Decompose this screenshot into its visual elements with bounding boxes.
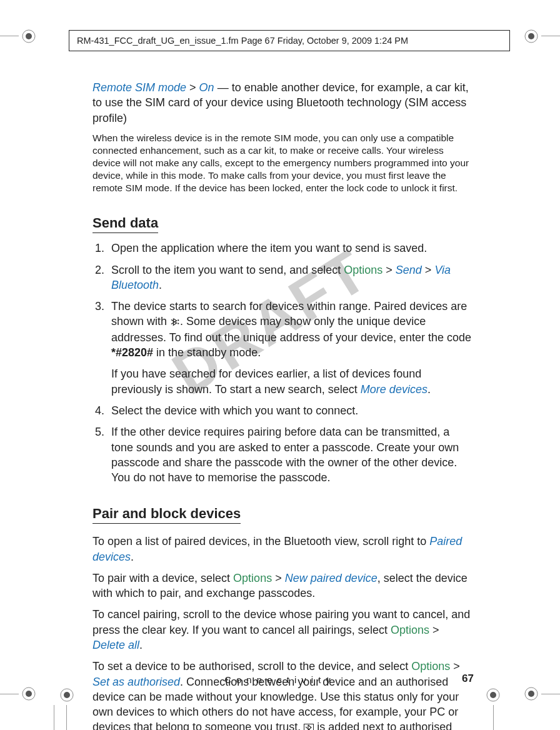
remote-sim-paragraph: Remote SIM mode > On — to enable another… (92, 80, 474, 126)
pair-p4: To set a device to be authorised, scroll… (92, 659, 474, 730)
menu-new-paired: New paired device (285, 572, 378, 584)
page-body: Remote SIM mode > On — to enable another… (92, 74, 474, 730)
sep: > (386, 264, 392, 276)
options-label: Options (411, 660, 450, 672)
crop-line (541, 694, 560, 694)
ussd-code: *#2820# (111, 346, 153, 359)
remote-sim-note: When the wireless device is in the remot… (92, 132, 474, 195)
svg-point-7 (528, 691, 534, 697)
heading-pair-block: Pair and block devices (92, 504, 241, 524)
svg-point-9 (64, 692, 70, 698)
registration-mark-icon (21, 686, 36, 701)
sep: > (432, 624, 439, 636)
crop-line (541, 36, 560, 36)
menu-path-on: On (199, 81, 214, 94)
step-2-text: Scroll to the item you want to send, and… (111, 264, 344, 276)
step-3: The device starts to search for devices … (108, 299, 474, 397)
header-text: RM-431_FCC_draft_UG_en_issue_1.fm Page 6… (77, 36, 408, 46)
registration-mark-icon (21, 29, 36, 44)
options-label: Options (344, 264, 382, 276)
footer-section: Connectivity (0, 674, 560, 685)
crop-line (493, 705, 494, 730)
registration-mark-icon (59, 688, 74, 702)
crop-line (66, 705, 67, 730)
pair-p2a: To pair with a device, select (92, 572, 233, 584)
page-number: 67 (462, 672, 474, 685)
svg-point-13 (178, 322, 179, 324)
svg-point-11 (490, 692, 496, 698)
registration-mark-icon (524, 29, 539, 44)
sep: > (453, 660, 460, 672)
step-5: If the other device requires pairing bef… (108, 424, 474, 485)
svg-point-12 (178, 319, 179, 321)
heading-send-data: Send data (92, 214, 158, 234)
svg-point-1 (26, 33, 32, 39)
page-header-box: RM-431_FCC_draft_UG_en_issue_1.fm Page 6… (69, 30, 510, 51)
step-2: Scroll to the item you want to send, and… (108, 262, 474, 293)
step-4: Select the device with which you want to… (108, 403, 474, 418)
step-3c: in the standby mode. (153, 346, 261, 359)
svg-point-3 (528, 33, 534, 39)
menu-send: Send (396, 264, 422, 276)
svg-point-5 (26, 691, 32, 697)
menu-path-remote-sim: Remote SIM mode (92, 81, 186, 94)
pair-p4a: To set a device to be authorised, scroll… (92, 660, 411, 672)
crop-line (54, 705, 54, 730)
pair-p2: To pair with a device, select Options > … (92, 571, 474, 601)
registration-mark-icon (486, 688, 501, 702)
options-label: Options (391, 624, 429, 636)
menu-delete-all: Delete all (92, 639, 139, 651)
bluetooth-paired-icon (170, 315, 180, 330)
pair-p1: To open a list of paired devices, in the… (92, 534, 474, 564)
sep: > (189, 81, 196, 94)
options-label: Options (233, 572, 272, 584)
sep: > (425, 264, 432, 276)
sep: > (275, 572, 282, 584)
pair-p3: To cancel pairing, scroll to the device … (92, 607, 474, 652)
send-data-steps: Open the application where the item you … (92, 241, 474, 485)
authorised-device-icon (304, 724, 314, 730)
step-1: Open the application where the item you … (108, 241, 474, 256)
menu-more-devices: More devices (361, 383, 428, 396)
pair-p1a: To open a list of paired devices, in the… (92, 535, 429, 548)
crop-line (0, 36, 19, 36)
registration-mark-icon (524, 686, 539, 701)
crop-line (0, 694, 19, 694)
